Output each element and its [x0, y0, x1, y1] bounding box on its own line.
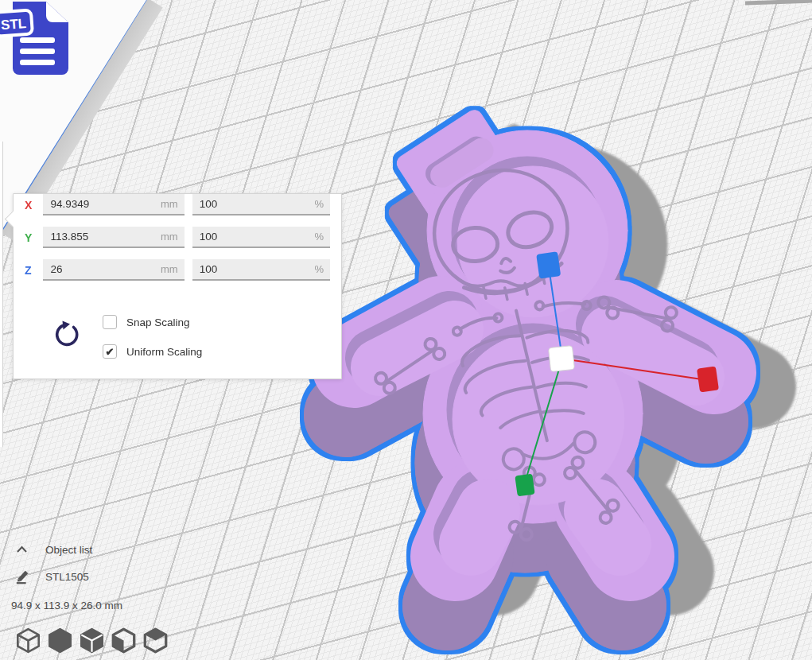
snap-scaling-checkbox[interactable] — [103, 315, 117, 329]
scale-row-z: Z mm % — [25, 259, 330, 281]
cube-wireframe-icon[interactable] — [16, 627, 41, 654]
model-stl1505[interactable] — [338, 107, 717, 606]
object-list-item[interactable]: STL1505 — [45, 571, 89, 583]
y-axis-label: Y — [25, 231, 43, 244]
scale-row-x: X mm % — [25, 194, 330, 215]
scale-row-y: Y mm % — [25, 227, 330, 248]
model-dimensions-text: 94.9 x 113.9 x 26.0 mm — [11, 600, 122, 611]
collapse-chevron-icon[interactable] — [16, 545, 28, 553]
uniform-scaling-checkbox[interactable]: ✔ — [103, 344, 117, 359]
cube-face-icon[interactable] — [111, 627, 136, 654]
z-axis-label: Z — [25, 264, 43, 277]
reset-scale-icon[interactable] — [52, 320, 82, 351]
pencil-icon — [15, 569, 31, 584]
scale-z-percent-input[interactable] — [192, 259, 330, 279]
scale-z-mm-input[interactable] — [43, 259, 184, 279]
gizmo-z-handle[interactable] — [536, 251, 561, 278]
snap-scaling-label: Snap Scaling — [126, 316, 190, 328]
scale-tool-panel: X mm % Y mm % Z mm % — [13, 193, 342, 379]
snap-scaling-row: Snap Scaling — [103, 315, 202, 329]
gizmo-center-handle[interactable] — [549, 346, 575, 372]
gizmo-y-handle[interactable] — [515, 474, 534, 497]
scale-y-percent-input[interactable] — [192, 227, 330, 247]
object-list-title[interactable]: Object list — [45, 544, 92, 556]
scale-x-mm-input[interactable] — [43, 194, 184, 214]
cube-open-top-icon[interactable] — [143, 627, 168, 654]
scale-x-percent-input[interactable] — [192, 194, 330, 214]
uniform-scaling-label: Uniform Scaling — [126, 346, 202, 358]
gizmo-x-handle[interactable] — [697, 366, 719, 392]
x-axis-label: X — [25, 199, 43, 212]
view-cube-toolbar — [16, 627, 168, 654]
uniform-scaling-row: ✔ Uniform Scaling — [103, 344, 202, 359]
scale-y-mm-input[interactable] — [43, 227, 184, 247]
cube-solid-icon[interactable] — [48, 627, 72, 654]
object-list-panel: Object list STL1505 — [11, 541, 92, 595]
cube-corner-icon[interactable] — [80, 627, 104, 654]
